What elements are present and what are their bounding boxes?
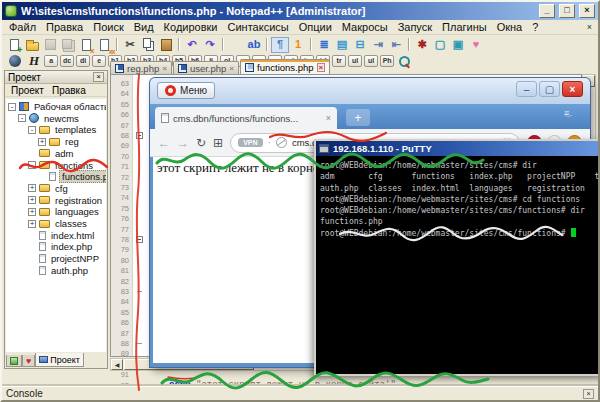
tree-item-functions[interactable]: -functions <box>28 160 95 171</box>
putty-titlebar[interactable]: 192.168.1.110 - PuTTY <box>316 141 600 156</box>
back-button[interactable]: ← <box>158 137 170 149</box>
redo-button[interactable]: ↷ <box>201 37 219 53</box>
tree-item-auth.php[interactable]: auth.php <box>28 265 90 276</box>
console-close-icon[interactable]: × <box>583 389 594 399</box>
menu-item-9[interactable]: Плагины <box>437 21 492 33</box>
reload-button[interactable]: ↻ <box>196 137 206 149</box>
menu-item-0[interactable]: Файл <box>4 21 41 33</box>
paste-button[interactable] <box>157 37 175 53</box>
browser-maximize-button[interactable]: ▢ <box>539 81 560 97</box>
document-close-icon[interactable]: × <box>584 22 595 32</box>
browser-preview-button[interactable] <box>6 53 24 69</box>
tree-item-templates[interactable]: -templates <box>28 124 98 135</box>
project-panel-menu-0[interactable]: Проект <box>8 85 47 96</box>
tab-close-icon[interactable]: × <box>326 113 331 123</box>
project-panel-close-icon[interactable]: × <box>93 72 104 82</box>
document-tab-functions.php[interactable]: functions.php× <box>240 59 330 74</box>
browser-tab[interactable]: cms.dbn/functions/functions... × <box>155 107 337 129</box>
tree-toggle-icon[interactable]: - <box>28 161 36 169</box>
menu-item-3[interactable]: Вид <box>129 21 159 33</box>
heading-tag-button[interactable]: H <box>26 53 42 69</box>
tree-toggle-icon[interactable]: - <box>8 103 16 111</box>
tree-toggle-icon[interactable]: + <box>28 208 36 216</box>
replace-button[interactable]: ab <box>245 37 263 53</box>
undo-button[interactable]: ↶ <box>183 37 201 53</box>
menu-item-7[interactable]: Макросы <box>337 21 393 33</box>
vpn-badge[interactable]: VPN <box>238 138 262 147</box>
tree-item-index.php[interactable]: index.php <box>28 241 94 252</box>
view-first-button[interactable]: ▢ <box>431 37 449 53</box>
project-panel-menu-1[interactable]: Правка <box>49 85 89 96</box>
tag-button-a-0[interactable]: a <box>44 55 58 67</box>
tree-item-classes[interactable]: +classes <box>28 218 89 229</box>
menu-item-8[interactable]: Запуск <box>393 21 437 33</box>
minimize-button[interactable]: _ <box>539 4 555 18</box>
maximize-button[interactable]: □ <box>559 4 575 18</box>
document-switcher-button[interactable]: ⊟ <box>351 37 369 53</box>
tree-item-projectNPP[interactable]: projectNPP <box>28 253 101 264</box>
close-button[interactable]: × <box>579 4 595 18</box>
word-wrap-button[interactable]: ¶ <box>271 37 289 53</box>
tree-item-newcms[interactable]: -newcms <box>18 113 81 124</box>
tree-toggle-icon[interactable]: + <box>28 196 36 204</box>
terminal-output[interactable]: root@WEBdebian:/home/webmaster/sites/cms… <box>320 160 600 374</box>
tab-close-icon[interactable]: × <box>229 64 234 73</box>
scroll-left-arrow[interactable]: ◀ <box>111 359 123 370</box>
menu-item-11[interactable]: ? <box>527 21 543 33</box>
menu-item-4[interactable]: Кодировки <box>159 21 223 33</box>
menu-item-6[interactable]: Опции <box>294 21 337 33</box>
menu-item-5[interactable]: Синтаксисы <box>223 21 294 33</box>
tree-toggle-icon[interactable]: + <box>28 184 36 192</box>
macro-record-button[interactable]: ✱ <box>413 37 431 53</box>
open-file-button[interactable] <box>23 37 41 53</box>
fold-marker-icon[interactable] <box>136 132 143 139</box>
tree-toggle-icon[interactable]: + <box>28 220 36 228</box>
browser-close-button[interactable]: × <box>562 81 583 97</box>
tree-item-reg[interactable]: +reg <box>38 136 81 147</box>
tab-close-icon[interactable]: × <box>162 64 167 73</box>
tab-menu-icon[interactable]: ≡﹀ <box>564 111 578 122</box>
tree-item-Рабочая область[interactable]: -Рабочая область <box>8 101 106 112</box>
new-tab-button[interactable]: + <box>346 109 370 126</box>
tab-close-icon[interactable]: × <box>317 63 326 72</box>
document-tab-reg.php[interactable]: reg.php× <box>110 61 172 74</box>
tag-button-di-2[interactable]: di <box>76 55 90 67</box>
tree-toggle-icon[interactable]: + <box>38 138 46 146</box>
indent-less-button[interactable]: ⇤ <box>387 37 405 53</box>
tag-button-dc-1[interactable]: dc <box>60 55 74 67</box>
tree-item-adm[interactable]: adm <box>28 148 75 159</box>
fold-marker-icon[interactable] <box>136 236 143 243</box>
tree-toggle-icon[interactable]: - <box>18 114 26 122</box>
save-button[interactable] <box>41 37 59 53</box>
view-second-button[interactable]: ▣ <box>449 37 467 53</box>
find-button[interactable] <box>227 37 245 53</box>
save-all-button[interactable] <box>59 37 77 53</box>
document-map-button[interactable]: ▤ <box>333 37 351 53</box>
close-all-documents-button[interactable] <box>95 37 113 53</box>
speed-dial-button[interactable]: ⊞ <box>213 137 223 149</box>
tree-item-index.html[interactable]: index.html <box>28 230 96 241</box>
panel-tab-doc[interactable] <box>6 355 22 367</box>
document-tab-user.php[interactable]: user.php× <box>173 61 239 74</box>
copy-button[interactable] <box>139 37 157 53</box>
tree-item-functions.php[interactable]: functions.php <box>38 171 106 182</box>
site-security-icon[interactable] <box>276 137 287 148</box>
tree-item-languages[interactable]: +languages <box>28 206 101 217</box>
panel-tab-favorites[interactable]: ♥ <box>22 355 35 367</box>
new-file-button[interactable] <box>5 37 23 53</box>
close-document-button[interactable] <box>77 37 95 53</box>
browser-minimize-button[interactable]: – <box>516 81 537 97</box>
menu-item-2[interactable]: Поиск <box>88 21 128 33</box>
tree-toggle-icon[interactable]: - <box>28 126 36 134</box>
show-all-characters-button[interactable]: 1 <box>289 37 307 53</box>
console-panel-bar[interactable]: Console × <box>2 386 598 400</box>
cut-button[interactable]: ✂ <box>121 37 139 53</box>
function-list-button[interactable]: ≣ <box>315 37 333 53</box>
tree-item-cfg[interactable]: +cfg <box>28 183 70 194</box>
forward-button[interactable]: → <box>177 137 189 149</box>
indent-more-button[interactable]: ⇥ <box>369 37 387 53</box>
tree-item-registration[interactable]: +registration <box>28 195 104 206</box>
browser-menu-button[interactable]: Меню <box>157 82 215 99</box>
favorites-button[interactable]: ♥ <box>467 37 485 53</box>
panel-tab-project[interactable]: Проект <box>35 353 84 367</box>
